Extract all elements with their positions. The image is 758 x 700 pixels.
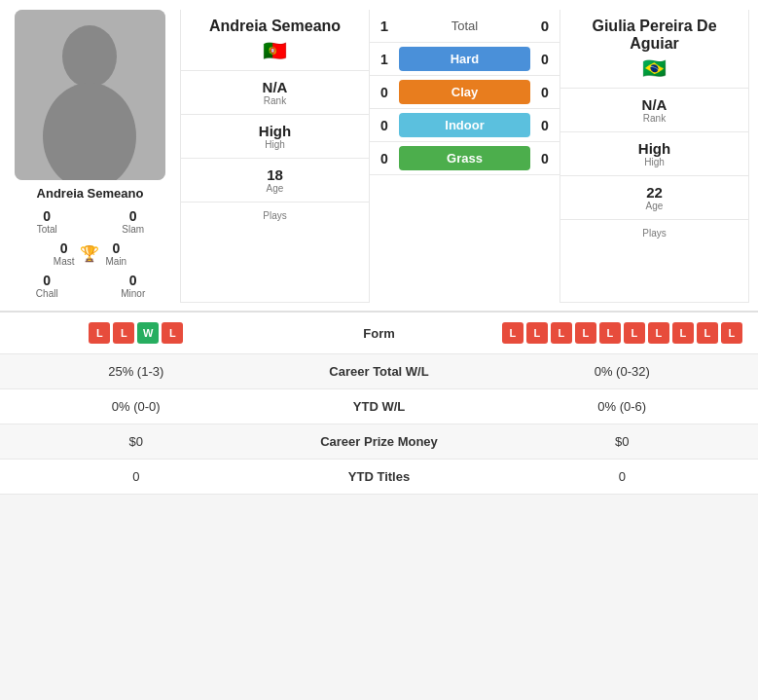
left-player-card: Andreia Semeano 0 Total 0 Slam 0 Mast 🏆 <box>0 10 180 303</box>
h2h-center: 1 Total 0 1 Hard 0 0 Clay 0 0 Indoor 0 0 <box>370 10 559 303</box>
left-age-row: 18 Age <box>181 159 369 203</box>
grass-btn: Grass <box>399 146 530 170</box>
surface-indoor-row: 0 Indoor 0 <box>370 109 559 142</box>
right-form-badge-4: L <box>575 322 596 344</box>
right-high-row: High High <box>560 132 748 176</box>
surface-clay-row: 0 Clay 0 <box>370 76 559 109</box>
clay-btn: Clay <box>399 80 530 104</box>
left-minor-stat: 0 Minor <box>94 273 173 299</box>
right-age-row: 22 Age <box>560 176 748 220</box>
right-ytd-wl: 0% (0-6) <box>487 399 759 414</box>
grass-score-left: 0 <box>370 151 399 166</box>
right-player-stats: 0 Total 0 Slam <box>749 204 758 239</box>
right-career-wl: 0% (0-32) <box>487 364 759 379</box>
center-filler <box>370 175 559 303</box>
left-player-name: Andreia Semeano <box>37 186 144 201</box>
right-form-badge-9: L <box>697 322 718 344</box>
right-player-header: Giulia Pereira De Aguiar 🇧🇷 <box>560 10 748 89</box>
hard-score-right: 0 <box>530 52 559 67</box>
left-middle-stats: Andreia Semeano 🇵🇹 N/A Rank High High 18… <box>180 10 370 303</box>
surface-hard-row: 1 Hard 0 <box>370 43 559 76</box>
clay-score-left: 0 <box>370 85 399 100</box>
right-form-badge-8: L <box>672 322 694 344</box>
hard-btn: Hard <box>399 47 530 71</box>
left-chall-stat: 0 Chall <box>8 273 87 299</box>
total-score-left: 1 <box>370 18 399 34</box>
indoor-btn: Indoor <box>399 113 530 137</box>
right-form-badge-2: L <box>526 322 548 344</box>
left-flag: 🇵🇹 <box>187 39 363 62</box>
ytd-titles-row: 0 YTD Titles 0 <box>0 460 758 495</box>
surface-grass-row: 0 Grass 0 <box>370 142 559 175</box>
left-main-stat: 0 Main <box>105 240 126 267</box>
indoor-score-left: 0 <box>370 118 399 133</box>
right-rank-row: N/A Rank <box>560 89 748 132</box>
total-score-right: 0 <box>530 18 559 34</box>
bottom-section: L L W L Form L L L L L L L L L L <box>0 311 758 495</box>
indoor-score-right: 0 <box>530 118 559 133</box>
left-ytd-wl: 0% (0-0) <box>0 399 272 414</box>
left-slam-stat: 0 Slam <box>94 208 173 235</box>
left-form: L L W L <box>0 322 272 344</box>
left-form-badge-2: L <box>113 322 134 344</box>
ytd-wl-row: 0% (0-0) YTD W/L 0% (0-6) <box>0 389 758 424</box>
left-player-stats: 0 Total 0 Slam <box>0 204 180 239</box>
right-form-badge-3: L <box>551 322 572 344</box>
ytd-wl-label: YTD W/L <box>272 399 487 414</box>
right-form: L L L L L L L L L L <box>487 322 759 344</box>
left-total-stat: 0 Total <box>8 208 87 235</box>
right-plays-row: Plays <box>560 220 748 303</box>
svg-point-1 <box>62 25 117 88</box>
left-form-badge-1: L <box>89 322 110 344</box>
main-container: Andreia Semeano 0 Total 0 Slam 0 Mast 🏆 <box>0 0 758 495</box>
form-row: L L W L Form L L L L L L L L L L <box>0 313 758 354</box>
left-player-header: Andreia Semeano 🇵🇹 <box>181 10 369 71</box>
left-bottom-stats: 0 Chall 0 Minor <box>0 269 180 303</box>
hard-score-left: 1 <box>370 52 399 67</box>
right-form-badge-1: L <box>502 322 523 344</box>
right-middle-stats: Giulia Pereira De Aguiar 🇧🇷 N/A Rank Hig… <box>559 10 749 303</box>
clay-score-right: 0 <box>530 85 559 100</box>
right-form-badges: L L L L L L L L L L <box>487 322 759 344</box>
left-trophy-row: 0 Mast 🏆 0 Main <box>54 240 126 267</box>
ytd-titles-label: YTD Titles <box>272 469 487 484</box>
total-row: 1 Total 0 <box>370 10 559 43</box>
career-wl-row: 25% (1-3) Career Total W/L 0% (0-32) <box>0 354 758 389</box>
prize-row: $0 Career Prize Money $0 <box>0 424 758 460</box>
left-career-wl: 25% (1-3) <box>0 364 272 379</box>
left-player-avatar <box>15 10 165 180</box>
left-trophy-icon: 🏆 <box>80 244 99 263</box>
form-label: Form <box>272 326 487 341</box>
left-form-badge-3: W <box>137 322 159 344</box>
total-label: Total <box>399 18 530 33</box>
left-mast-stat: 0 Mast <box>54 240 75 267</box>
left-prize: $0 <box>0 434 272 449</box>
prize-label: Career Prize Money <box>272 434 487 449</box>
right-bottom-stats: 0 Chall 0 Minor <box>749 269 758 303</box>
right-form-badge-7: L <box>648 322 669 344</box>
right-player-card: Giulia Pereira De Aguiar 0 Total 0 Slam … <box>749 10 758 303</box>
left-rank-row: N/A Rank <box>181 71 369 115</box>
career-wl-label: Career Total W/L <box>272 364 487 379</box>
left-high-row: High High <box>181 115 369 159</box>
right-form-badge-10: L <box>721 322 742 344</box>
grass-score-right: 0 <box>530 151 559 166</box>
left-form-badge-4: L <box>162 322 183 344</box>
right-flag: 🇧🇷 <box>566 56 742 80</box>
right-ytd-titles: 0 <box>487 469 759 484</box>
comparison-section: Andreia Semeano 0 Total 0 Slam 0 Mast 🏆 <box>0 0 758 303</box>
left-plays-row: Plays <box>181 203 369 303</box>
left-form-badges: L L W L <box>0 322 272 344</box>
right-prize: $0 <box>487 434 759 449</box>
left-ytd-titles: 0 <box>0 469 272 484</box>
right-form-badge-5: L <box>599 322 621 344</box>
right-form-badge-6: L <box>624 322 645 344</box>
